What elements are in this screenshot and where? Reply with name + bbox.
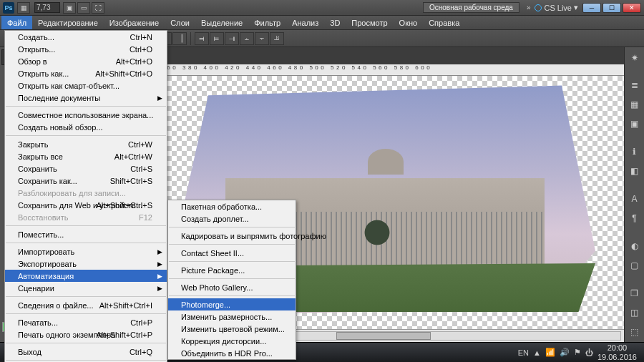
menuitem[interactable]: Photomerge... xyxy=(168,298,296,310)
menuitem[interactable]: Автоматизация▶ xyxy=(5,270,167,282)
cslive-icon xyxy=(535,4,542,11)
paragraph-panel-icon[interactable]: ¶ xyxy=(627,210,643,225)
app-icon: Ps xyxy=(3,2,14,14)
panel-dock: ✷ ≣ ▦ ▣ ℹ ◧ A ¶ ◐ ▢ ❐ ◫ ⬚ xyxy=(624,47,644,342)
close-button[interactable]: ✕ xyxy=(623,3,641,13)
taskbar-clock[interactable]: 20:00 19.06.2016 xyxy=(597,343,637,361)
info-panel-icon[interactable]: ℹ xyxy=(627,145,643,160)
minimize-button[interactable]: ─ xyxy=(582,3,601,13)
tray-network-icon[interactable]: 📶 xyxy=(545,348,555,357)
menuitem[interactable]: Импортировать▶ xyxy=(5,245,167,258)
menuitem[interactable]: Поместить... xyxy=(5,228,167,240)
menuitem[interactable]: Пакетная обработка... xyxy=(168,200,296,212)
tray-sound-icon[interactable]: 🔊 xyxy=(560,348,570,357)
menu-редактирование[interactable]: Редактирование xyxy=(32,16,104,29)
menu-просмотр[interactable]: Просмотр xyxy=(346,16,393,29)
menuitem[interactable]: Сценарии▶ xyxy=(5,282,167,294)
menuitem[interactable]: Коррекция дисторсии... xyxy=(168,335,296,347)
menuitem[interactable]: Закрыть всеAlt+Ctrl+W xyxy=(5,150,167,162)
menu-bar: ФайлРедактированиеИзображениеСлоиВыделен… xyxy=(0,16,644,30)
menuitem[interactable]: Сохранить как...Shift+Ctrl+S xyxy=(5,175,167,187)
menu-3d[interactable]: 3D xyxy=(324,16,346,29)
maximize-button[interactable]: ☐ xyxy=(602,3,621,13)
dist-top-icon[interactable]: ⫤ xyxy=(195,32,209,45)
paths-panel-icon[interactable]: ⬚ xyxy=(627,324,643,339)
menuitem[interactable]: Печатать...Ctrl+P xyxy=(5,316,167,328)
chevron-double-icon[interactable]: » xyxy=(527,4,531,11)
menuitem[interactable]: Создать...Ctrl+N xyxy=(5,31,167,43)
swatches-panel-icon[interactable]: ▦ xyxy=(627,97,643,112)
automation-submenu: Пакетная обработка...Создать дроплет...К… xyxy=(167,200,296,360)
menuitem[interactable]: СохранитьCtrl+S xyxy=(5,162,167,175)
menuitem[interactable]: Кадрировать и выпрямить фотографию xyxy=(168,230,296,242)
workspace-switcher[interactable]: Основная рабочая среда xyxy=(423,2,519,13)
styles-panel-icon[interactable]: ▣ xyxy=(627,117,643,132)
color-panel-icon[interactable]: ◧ xyxy=(627,164,643,179)
menu-анализ[interactable]: Анализ xyxy=(286,16,324,29)
menuitem[interactable]: Открыть...Ctrl+O xyxy=(5,43,167,55)
menuitem[interactable]: Открыть как смарт-объект... xyxy=(5,79,167,92)
layers-panel-icon[interactable]: ❐ xyxy=(627,285,643,300)
menuitem[interactable]: Экспортировать▶ xyxy=(5,258,167,270)
menuitem[interactable]: Создать новый обзор... xyxy=(5,121,167,133)
menuitem[interactable]: Изменить размерность... xyxy=(168,310,296,323)
menuitem[interactable]: Печать одного экземпляраAlt+Shift+Ctrl+P xyxy=(5,328,167,341)
menuitem[interactable]: ВыходCtrl+Q xyxy=(5,346,167,358)
menu-окно[interactable]: Окно xyxy=(394,16,424,29)
tb-screen-icon[interactable]: ▭ xyxy=(77,2,90,14)
tray-flag-icon[interactable]: ▲ xyxy=(533,348,541,357)
menuitem: ВосстановитьF12 xyxy=(5,211,167,223)
menuitem[interactable]: ЗакрытьCtrl+W xyxy=(5,138,167,150)
menuitem[interactable]: Совместное использование экрана... xyxy=(5,109,167,121)
history-panel-icon[interactable]: ≣ xyxy=(627,78,643,93)
menuitem[interactable]: Изменить цветовой режим... xyxy=(168,323,296,335)
zoom-input[interactable]: 7,73 xyxy=(34,2,60,13)
dist-right-icon[interactable]: ⫡ xyxy=(270,32,284,45)
dist-bottom-icon[interactable]: ⫣ xyxy=(225,32,239,45)
mb-icon[interactable]: ▦ xyxy=(17,2,30,14)
masks-panel-icon[interactable]: ▢ xyxy=(627,258,643,273)
menu-выделение[interactable]: Выделение xyxy=(195,16,248,29)
menuitem[interactable]: Сохранить для Web и устройств...Alt+Shif… xyxy=(5,199,167,211)
menuitem[interactable]: Picture Package... xyxy=(168,264,296,276)
menu-справка[interactable]: Справка xyxy=(423,16,465,29)
align-right-icon[interactable]: ▕ xyxy=(172,32,187,45)
tb-view-icon[interactable]: ⛶ xyxy=(92,2,104,14)
lang-indicator[interactable]: EN xyxy=(518,348,529,357)
menuitem[interactable]: Сведения о файле...Alt+Shift+Ctrl+I xyxy=(5,299,167,311)
tb-arrange-icon[interactable]: ▣ xyxy=(63,2,76,14)
menuitem[interactable]: Последние документы▶ xyxy=(5,92,167,104)
tray-power-icon[interactable]: ⏻ xyxy=(585,348,593,357)
file-menu-dropdown: Создать...Ctrl+NОткрыть...Ctrl+OОбзор вA… xyxy=(4,30,167,362)
menuitem[interactable]: Contact Sheet II... xyxy=(168,247,296,259)
adjustments-panel-icon[interactable]: ◐ xyxy=(627,238,643,253)
minibridge-icon[interactable]: ✷ xyxy=(627,50,643,65)
menuitem[interactable]: Создать дроплет... xyxy=(168,212,296,225)
tray-action-icon[interactable]: ⚑ xyxy=(574,348,581,357)
menu-изображение[interactable]: Изображение xyxy=(104,16,165,29)
menu-фильтр[interactable]: Фильтр xyxy=(248,16,286,29)
dist-hmid-icon[interactable]: ⫟ xyxy=(255,32,269,45)
menu-слои[interactable]: Слои xyxy=(165,16,195,29)
cs-live-button[interactable]: CS Live▾ xyxy=(535,3,578,12)
channels-panel-icon[interactable]: ◫ xyxy=(627,305,643,320)
title-bar: Ps ▦ 7,73 ▣ ▭ ⛶ Основная рабочая среда »… xyxy=(0,0,644,16)
dist-left-icon[interactable]: ⫠ xyxy=(240,32,254,45)
dist-vmid-icon[interactable]: ⫢ xyxy=(210,32,224,45)
system-tray: EN ▲ 📶 🔊 ⚑ ⏻ 20:00 19.06.2016 xyxy=(518,343,641,361)
menuitem[interactable]: Обзор вAlt+Ctrl+O xyxy=(5,55,167,67)
menuitem[interactable]: Web Photo Gallery... xyxy=(168,281,296,293)
character-panel-icon[interactable]: A xyxy=(627,191,643,206)
menu-файл[interactable]: Файл xyxy=(1,16,32,29)
menuitem: Разблокировать для записи... xyxy=(5,187,167,199)
menuitem[interactable]: Открыть как...Alt+Shift+Ctrl+O xyxy=(5,67,167,79)
menuitem[interactable]: Объединить в HDR Pro... xyxy=(168,347,296,359)
